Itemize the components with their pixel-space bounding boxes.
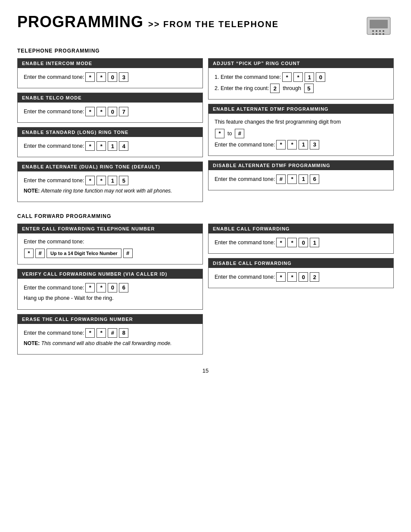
svg-point-7	[376, 33, 377, 35]
box-verify-call-forward-header: VERIFY CALL FORWARDING NUMBER (VIA CALLE…	[18, 269, 202, 279]
standard-ring-command-row: Enter the command tone: * * 1 4	[24, 141, 196, 151]
svg-point-3	[376, 30, 377, 32]
enter-cf-label: Enter the command tone:	[24, 238, 196, 246]
box-enable-alt-dtmf-header: ENABLE ALTERNATE DTMF PROGRAMMING	[209, 104, 393, 114]
page-header: PROGRAMMING >> FROM THE TELEPHONE	[17, 13, 394, 40]
telephone-programming-grid: ENABLE INTERCOM MODE Enter the command t…	[17, 58, 394, 206]
box-disable-alt-dtmf-header: DISABLE ALTERNATE DTMF PROGRAMMING	[209, 161, 393, 170]
disable-dtmf-key-star: *	[287, 174, 297, 184]
box-enable-standard-ring-header: ENABLE STANDARD (LONG) RING TONE	[18, 128, 202, 137]
pickup-key-5: 5	[304, 84, 314, 93]
verify-cf-key-0: 0	[108, 283, 117, 292]
pickup-step2-label: 2. Enter the ring count:	[215, 85, 269, 91]
intercom-key-star1: *	[85, 72, 95, 82]
standard-ring-key-star1: *	[85, 141, 95, 151]
box-enable-call-forwarding: ENABLE CALL FORWARDING Enter the command…	[208, 224, 394, 254]
telco-key-7: 7	[119, 107, 128, 116]
box-enable-intercom: ENABLE INTERCOM MODE Enter the command t…	[17, 58, 203, 88]
box-erase-call-forward-header: ERASE THE CALL FORWARDING NUMBER	[18, 314, 202, 324]
pickup-step2-row: 2. Enter the ring count: 2 through 5	[215, 84, 387, 93]
box-adjust-pickup-header: ADJUST “PICK UP” RING COUNT	[209, 59, 393, 68]
box-disable-call-forwarding: DISABLE CALL FORWARDING Enter the comman…	[208, 258, 394, 288]
telco-key-star2: *	[97, 107, 106, 116]
telephone-section-title: TELEPHONE PROGRAMMING	[17, 48, 394, 54]
box-enter-call-forward-number: ENTER CALL FORWARDING TELEPHONE NUMBER E…	[17, 224, 203, 264]
pickup-through-label: through	[283, 85, 301, 91]
alt-dtmf-key-star2: *	[287, 140, 297, 149]
erase-cf-note-label: NOTE:	[24, 340, 40, 346]
box-adjust-pickup-body: 1. Enter the command tone: * * 1 0 2. En…	[209, 68, 393, 99]
telephone-right-col: ADJUST “PICK UP” RING COUNT 1. Enter the…	[208, 58, 394, 206]
alt-dual-key-1: 1	[108, 176, 117, 185]
alt-dual-key-5: 5	[119, 176, 128, 185]
box-enable-telco-header: ENABLE TELCO MODE	[18, 93, 202, 103]
call-forward-right-col: ENABLE CALL FORWARDING Enter the command…	[208, 224, 394, 359]
standard-ring-label: Enter the command tone:	[24, 143, 84, 149]
intercom-label: Enter the command tone:	[24, 74, 84, 80]
erase-cf-key-8: 8	[119, 328, 128, 338]
box-enter-call-forward-header: ENTER CALL FORWARDING TELEPHONE NUMBER	[18, 224, 202, 233]
box-verify-call-forward: VERIFY CALL FORWARDING NUMBER (VIA CALLE…	[17, 269, 203, 310]
alt-dual-note-label: NOTE:	[24, 188, 40, 194]
alt-dtmf-desc: This feature changes the first programmi…	[215, 118, 387, 126]
box-erase-call-forward-body: Enter the command tone: * * # 8 NOTE: Th…	[18, 324, 202, 354]
erase-cf-note-text: This command will also disable the call …	[40, 340, 171, 346]
enter-cf-key-hash2: #	[123, 249, 133, 258]
box-adjust-pickup: ADJUST “PICK UP” RING COUNT 1. Enter the…	[208, 58, 394, 100]
svg-point-2	[372, 30, 374, 32]
alt-dtmf-from-row: * to #	[215, 129, 387, 138]
verify-cf-command-row: Enter the command tone: * * 0 6	[24, 283, 196, 292]
alt-dtmf-to-label: to	[227, 131, 232, 137]
standard-ring-key-4: 4	[119, 141, 128, 151]
intercom-key-0: 0	[108, 72, 117, 82]
alt-dtmf-from-key: *	[215, 129, 224, 138]
telco-key-star1: *	[85, 107, 95, 116]
pickup-key-star1: *	[282, 72, 292, 82]
box-enable-telco: ENABLE TELCO MODE Enter the command tone…	[17, 93, 203, 123]
disable-cf-key-star1: *	[276, 272, 286, 282]
page-number: 15	[17, 367, 394, 374]
title-block: PROGRAMMING >> FROM THE TELEPHONE	[17, 13, 279, 31]
box-enable-intercom-header: ENABLE INTERCOM MODE	[18, 59, 202, 68]
call-forward-left-col: ENTER CALL FORWARDING TELEPHONE NUMBER E…	[17, 224, 203, 359]
box-enable-telco-body: Enter the command tone: * * 0 7	[18, 103, 202, 122]
svg-point-4	[379, 30, 381, 32]
alt-dual-command-row: Enter the command tone: * * 1 5	[24, 176, 196, 185]
enable-cf-key-1: 1	[310, 238, 319, 247]
alt-dtmf-command-row: Enter the command tone: * * 1 3	[215, 140, 387, 149]
verify-cf-label: Enter the command tone:	[24, 285, 84, 291]
alt-dual-label: Enter the command tone:	[24, 177, 84, 184]
box-enable-standard-ring-body: Enter the command tone: * * 1 4	[18, 137, 202, 157]
verify-cf-line2: Hang up the phone - Wait for the ring.	[24, 294, 196, 302]
telco-label: Enter the command tone:	[24, 109, 84, 115]
disable-cf-key-star2: *	[287, 272, 297, 282]
call-forward-grid: ENTER CALL FORWARDING TELEPHONE NUMBER E…	[17, 224, 394, 359]
box-disable-call-forwarding-body: Enter the command tone: * * 0 2	[209, 268, 393, 288]
verify-cf-key-6: 6	[119, 283, 128, 292]
standard-ring-key-star2: *	[97, 141, 106, 151]
title-sub: >> FROM THE TELEPHONE	[148, 19, 279, 29]
disable-cf-label: Enter the command tone:	[215, 274, 275, 280]
pickup-key-star2: *	[293, 72, 303, 82]
box-disable-alt-dtmf: DISABLE ALTERNATE DTMF PROGRAMMING Enter…	[208, 160, 394, 190]
svg-point-6	[372, 33, 374, 35]
pickup-step1-label: 1. Enter the command tone:	[215, 74, 281, 80]
pickup-step1-row: 1. Enter the command tone: * * 1 0	[215, 72, 387, 82]
alt-dtmf-to-key: #	[235, 129, 244, 138]
pickup-key-1: 1	[305, 72, 314, 82]
phone-icon	[364, 13, 394, 40]
call-forward-section-title: CALL FORWARD PROGRAMMING	[17, 213, 394, 219]
verify-cf-key-star2: *	[97, 283, 106, 292]
alt-dual-note: NOTE: Alternate ring tone function may n…	[24, 187, 196, 195]
telco-command-row: Enter the command tone: * * 0 7	[24, 107, 196, 116]
verify-cf-key-star1: *	[85, 283, 95, 292]
erase-cf-key-star1: *	[85, 328, 95, 338]
box-enable-alt-dual: ENABLE ALTERNATE (DUAL) RING TONE (DEFAU…	[17, 162, 203, 202]
alt-dual-key-star2: *	[97, 176, 106, 185]
erase-cf-command-row: Enter the command tone: * * # 8	[24, 328, 196, 338]
box-enable-call-forwarding-header: ENABLE CALL FORWARDING	[209, 224, 393, 233]
alt-dtmf-tone-label: Enter the command tone:	[215, 142, 275, 148]
box-enable-alt-dtmf: ENABLE ALTERNATE DTMF PROGRAMMING This f…	[208, 104, 394, 156]
box-disable-alt-dtmf-body: Enter the command tone: # * 1 6	[209, 170, 393, 190]
page-title: PROGRAMMING >> FROM THE TELEPHONE	[17, 13, 279, 31]
